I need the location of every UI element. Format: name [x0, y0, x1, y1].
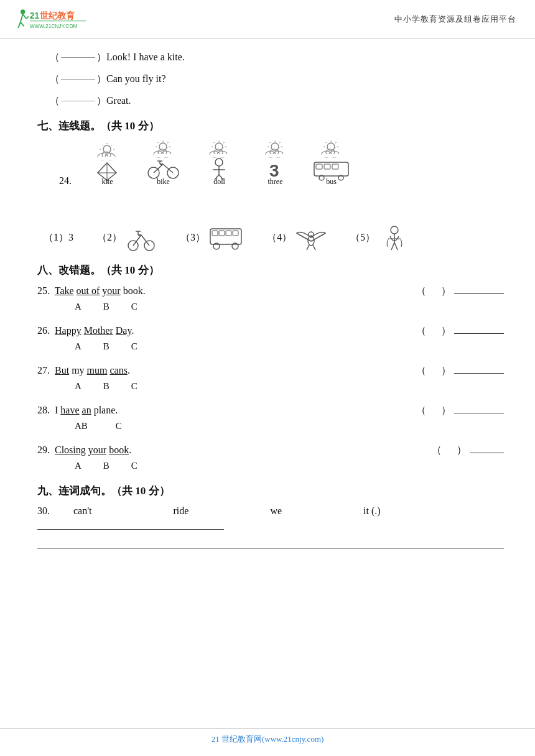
options-25: A B C [75, 302, 504, 312]
sentence-27-answer: （ ） [416, 364, 504, 377]
answer-person-icon [379, 224, 410, 252]
svg-line-4 [23, 14, 27, 19]
svg-rect-53 [210, 154, 228, 157]
section-8-title: 八、改错题。（共 10 分） [37, 263, 504, 277]
svg-point-103 [391, 226, 398, 234]
option-A: A [75, 381, 81, 392]
bottom-divider [37, 548, 504, 549]
svg-line-47 [213, 142, 215, 143]
sentence-29-text: 29. Closing your book. [37, 445, 131, 456]
svg-rect-68 [266, 154, 284, 157]
svg-rect-21 [98, 157, 116, 160]
open-paren: （ [50, 51, 60, 64]
option-AB: AB [75, 421, 88, 431]
sentence-28: 28. I have an plane. （ ） [37, 404, 504, 417]
section-9: 九、连词成句。（共 10 分） 30. can't ride we it (.) [37, 484, 504, 549]
sentence-25: 25. Take out of your book. （ ） [37, 285, 504, 298]
doll-icon [196, 141, 243, 181]
footer: 21 世纪教育网(www.21cnjy.com) [0, 728, 535, 745]
site-name: 中小学教育资源及组卷应用平台 [394, 14, 516, 25]
svg-line-3 [21, 22, 24, 26]
svg-line-40 [154, 164, 163, 173]
ordering-section: （ ）Look! I have a kite. （ ）Can you fly i… [50, 51, 504, 108]
doll-label: doll [213, 177, 225, 187]
svg-rect-95 [212, 231, 218, 236]
svg-line-72 [335, 142, 337, 143]
word-3: we [270, 505, 282, 517]
options-27: A B C [75, 381, 504, 392]
option-C: C [131, 461, 137, 471]
svg-rect-98 [233, 231, 238, 236]
svg-line-12 [111, 145, 112, 145]
logo-area: 21 世纪教育 WWW.21CNJY.COM [12, 5, 87, 33]
connection-area [37, 193, 504, 211]
correction-item-27: 27. But my mum cans. （ ） A B C [37, 364, 504, 392]
svg-line-5 [26, 16, 29, 19]
footer-text: 21 世纪教育网(www.21cnjy.com) [212, 734, 324, 744]
q24-label: 24. [59, 175, 72, 187]
svg-point-54 [215, 159, 223, 166]
svg-rect-35 [154, 154, 172, 157]
answer-3-paren: （3） [180, 231, 205, 244]
logo-icon: 21 世纪教育 WWW.21CNJY.COM [12, 5, 87, 33]
sentence-25-text: 25. Take out of your book. [37, 285, 146, 297]
sentence-27-text: 27. But my mum cans. [37, 365, 130, 376]
correction-item-26: 26. Happy Mother Day. （ ） A B C [37, 325, 504, 352]
svg-line-1 [21, 14, 23, 22]
sentence-make-30: 30. can't ride we it (.) [37, 505, 504, 517]
q30-num: 30. [37, 505, 50, 517]
answer-5-paren: （5） [350, 231, 375, 244]
svg-rect-96 [219, 231, 225, 236]
svg-line-30 [157, 142, 159, 143]
svg-line-15 [102, 145, 103, 145]
svg-line-106 [394, 242, 398, 250]
options-28: AB C [75, 421, 504, 431]
answer-3: （3） [180, 224, 243, 252]
option-B: B [103, 461, 109, 471]
svg-line-73 [325, 142, 327, 143]
svg-text:21: 21 [30, 11, 40, 21]
section-7-title: 七、连线题。（共 10 分） [37, 119, 504, 133]
image-row: 24. [59, 141, 504, 187]
sentence-28-answer: （ ） [416, 404, 504, 417]
sentence-29: 29. Closing your book. （ ） [37, 444, 504, 457]
svg-line-105 [391, 242, 394, 250]
close-paren: ）Can you fly it? [96, 73, 166, 86]
list-item: （ ）Great. [50, 94, 504, 108]
open-paren: （ [50, 94, 60, 108]
option-B: B [103, 381, 109, 392]
list-item: （ ）Can you fly it? [50, 73, 504, 86]
list-item: （ ）Look! I have a kite. [50, 51, 504, 64]
svg-line-28 [167, 142, 169, 143]
sentence-26-answer: （ ） [416, 325, 504, 338]
answer-bird-icon [295, 224, 327, 252]
sentence-25-answer: （ ） [416, 285, 504, 298]
answer-bike-icon [126, 224, 157, 252]
three-item: 3 three [252, 141, 299, 187]
doll-item: doll [196, 141, 243, 187]
correction-item-28: 28. I have an plane. （ ） AB C [37, 404, 504, 431]
svg-rect-79 [322, 154, 340, 157]
svg-line-61 [279, 142, 281, 143]
word-4: it (.) [363, 505, 381, 517]
three-label: three [268, 177, 283, 187]
answer-row: （1）3 （2） （3） [44, 224, 504, 252]
header: 21 世纪教育 WWW.21CNJY.COM 中小学教育资源及组卷应用平台 [0, 0, 535, 39]
svg-line-2 [18, 22, 21, 28]
answer-4: （4） [267, 224, 327, 252]
open-paren: （ [50, 73, 60, 86]
svg-point-102 [309, 232, 314, 237]
svg-rect-82 [324, 164, 330, 169]
option-A: A [75, 302, 81, 312]
svg-rect-97 [226, 231, 231, 236]
option-C: C [131, 381, 137, 392]
option-B: B [103, 302, 109, 312]
option-C: C [116, 421, 122, 431]
sentence-26: 26. Happy Mother Day. （ ） [37, 325, 504, 338]
correction-item-25: 25. Take out of your book. （ ） A B C [37, 285, 504, 312]
answer-bus-icon [209, 224, 243, 252]
close-paren: ）Great. [96, 94, 131, 108]
writing-line [37, 529, 224, 530]
options-26: A B C [75, 341, 504, 352]
sentence-29-answer: （ ） [432, 444, 504, 457]
